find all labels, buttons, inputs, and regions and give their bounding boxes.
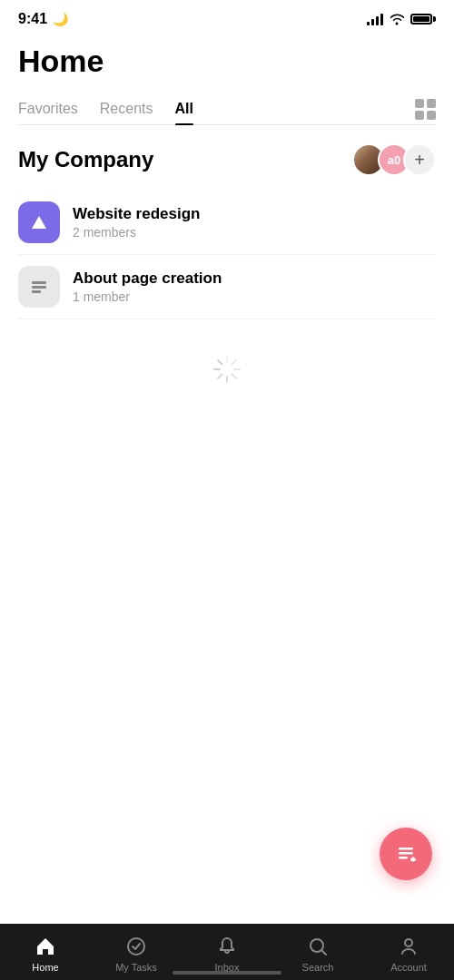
svg-rect-6	[399, 857, 408, 859]
home-icon	[34, 935, 57, 958]
battery-icon	[410, 14, 436, 24]
project-name: About page creation	[73, 270, 222, 288]
create-task-icon	[393, 841, 419, 867]
triangle-icon	[29, 212, 49, 232]
svg-rect-3	[32, 290, 41, 293]
nav-label-home: Home	[32, 962, 58, 973]
project-members: 2 members	[73, 225, 200, 240]
svg-rect-9	[410, 858, 416, 861]
project-icon-purple	[18, 201, 60, 243]
signal-icon	[367, 13, 383, 25]
home-indicator	[173, 971, 281, 975]
nav-item-search[interactable]: Search	[272, 935, 363, 973]
person-icon	[397, 935, 420, 958]
project-icon-gray	[18, 266, 60, 308]
svg-rect-5	[399, 852, 413, 855]
svg-rect-4	[399, 848, 413, 850]
nav-item-my-tasks[interactable]: My Tasks	[91, 935, 182, 973]
check-circle-icon	[124, 935, 148, 958]
project-members: 1 member	[73, 289, 222, 304]
status-bar: 9:41 🌙	[0, 0, 454, 34]
grid-view-icon[interactable]	[415, 99, 436, 120]
svg-rect-2	[32, 286, 46, 289]
company-section: My Company a0 + Website redesign 2 membe…	[0, 125, 454, 319]
svg-point-12	[405, 939, 412, 946]
svg-rect-1	[32, 281, 46, 284]
nav-item-account[interactable]: Account	[363, 935, 454, 973]
project-info: About page creation 1 member	[73, 270, 222, 304]
page-title: Home	[18, 44, 436, 79]
nav-item-home[interactable]: Home	[0, 935, 91, 973]
moon-icon: 🌙	[53, 12, 68, 26]
avatar-add-button[interactable]: +	[403, 143, 436, 176]
tab-all[interactable]: All	[175, 93, 193, 124]
company-header: My Company a0 +	[18, 143, 436, 176]
tab-recents[interactable]: Recents	[100, 93, 153, 124]
bars-icon	[29, 277, 49, 297]
company-name: My Company	[18, 147, 153, 172]
status-icons	[367, 13, 436, 25]
nav-label-my-tasks: My Tasks	[115, 962, 157, 973]
svg-marker-0	[32, 216, 46, 229]
svg-point-10	[128, 938, 144, 955]
loading-spinner	[0, 319, 454, 419]
project-info: Website redesign 2 members	[73, 205, 200, 240]
header: Home Favorites Recents All	[0, 34, 454, 125]
avatars-group: a0 +	[352, 143, 436, 176]
search-icon	[306, 935, 330, 958]
wifi-icon	[389, 13, 405, 25]
tab-favorites[interactable]: Favorites	[18, 93, 78, 124]
create-task-fab[interactable]	[380, 828, 432, 880]
nav-label-account: Account	[390, 962, 427, 973]
nav-label-search: Search	[302, 962, 334, 973]
nav-item-inbox[interactable]: Inbox	[182, 935, 272, 973]
bell-icon	[215, 935, 239, 958]
project-item[interactable]: About page creation 1 member	[18, 255, 436, 319]
project-item[interactable]: Website redesign 2 members	[18, 191, 436, 255]
project-name: Website redesign	[73, 205, 200, 223]
status-time: 9:41	[18, 11, 47, 27]
tabs-container: Favorites Recents All	[18, 93, 436, 125]
